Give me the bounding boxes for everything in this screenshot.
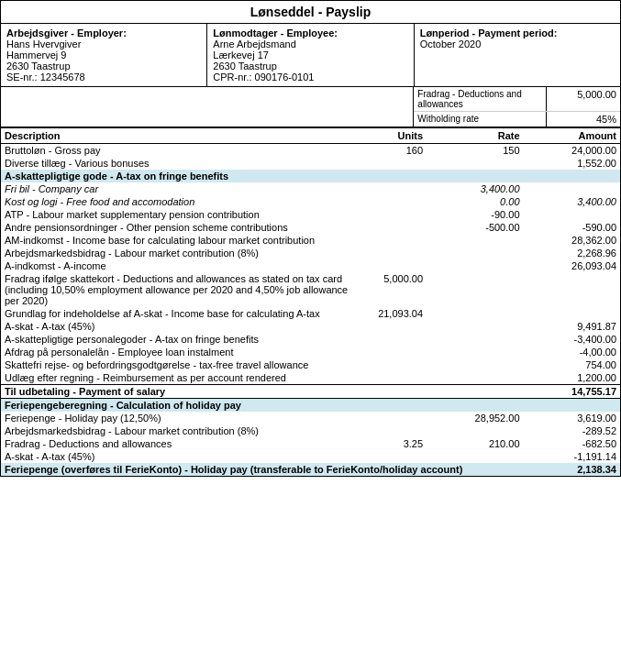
cell-desc: ATP - Labour market supplementary pensio… bbox=[1, 208, 369, 221]
cell-amount: 14,755.17 bbox=[524, 385, 620, 399]
cell-units bbox=[369, 450, 427, 463]
cell-rate bbox=[427, 371, 523, 385]
cell-units bbox=[369, 182, 427, 195]
table-row: AM-indkomst - Income base for calculatin… bbox=[1, 234, 620, 247]
section-header-cell: A-skattepligtige gode - A-tax on fringe … bbox=[1, 170, 620, 182]
cell-desc: A-skat - A-tax (45%) bbox=[1, 320, 369, 333]
cell-rate bbox=[427, 333, 523, 346]
main-table: Description Units Rate Amount Bruttoløn … bbox=[1, 127, 620, 476]
cell-amount: 754.00 bbox=[524, 358, 620, 371]
col-header-desc: Description bbox=[1, 128, 369, 144]
cell-rate bbox=[427, 259, 523, 272]
cell-rate bbox=[427, 385, 523, 399]
cell-units bbox=[369, 259, 427, 272]
cell-units bbox=[369, 346, 427, 358]
cell-amount bbox=[524, 182, 620, 195]
holiday-final-desc: Feriepenge (overføres til FerieKonto) - … bbox=[1, 463, 524, 476]
cell-desc: A-skat - A-tax (45%) bbox=[1, 450, 369, 463]
cell-amount: -3,400.00 bbox=[524, 333, 620, 346]
header-section: Arbejdsgiver - Employer: Hans Hvervgiver… bbox=[1, 24, 620, 87]
cell-desc: Afdrag på personalelån - Employee loan i… bbox=[1, 346, 369, 358]
table-row: Til udbetaling - Payment of salary14,755… bbox=[1, 385, 620, 399]
cell-rate bbox=[427, 346, 523, 358]
cell-desc: Grundlag for indeholdelse af A-skat - In… bbox=[1, 307, 369, 320]
table-row: ATP - Labour market supplementary pensio… bbox=[1, 208, 620, 221]
table-row: A-indkomst - A-income26,093.04 bbox=[1, 259, 620, 272]
cell-amount: 26,093.04 bbox=[524, 259, 620, 272]
employer-address2: 2630 Taastrup bbox=[6, 61, 201, 72]
fradrag-row: Fradrag - Deductions and allowances 5,00… bbox=[414, 87, 620, 112]
table-row: Fradrag - Deductions and allowances3.252… bbox=[1, 437, 620, 450]
cell-amount: 3,619.00 bbox=[524, 412, 620, 424]
cell-desc: Fradrag - Deductions and allowances bbox=[1, 437, 369, 450]
col-header-amount: Amount bbox=[524, 128, 620, 144]
cell-desc: Arbejdsmarkedsbidrag - Labour market con… bbox=[1, 247, 369, 259]
cell-desc: AM-indkomst - Income base for calculatin… bbox=[1, 234, 369, 247]
table-row: Grundlag for indeholdelse af A-skat - In… bbox=[1, 307, 620, 320]
cell-desc: Feriepenge - Holiday pay (12,50%) bbox=[1, 412, 369, 424]
employer-name: Hans Hvervgiver bbox=[6, 39, 201, 50]
cell-rate bbox=[427, 450, 523, 463]
cell-amount: 28,362.00 bbox=[524, 234, 620, 247]
employer-address1: Hammervej 9 bbox=[6, 50, 201, 61]
cell-amount: 9,491.87 bbox=[524, 320, 620, 333]
cell-amount: 1,200.00 bbox=[524, 371, 620, 385]
cell-units: 160 bbox=[369, 144, 427, 158]
cell-units bbox=[369, 385, 427, 399]
cell-amount: 1,552.00 bbox=[524, 157, 620, 170]
cell-amount bbox=[524, 208, 620, 221]
cell-rate bbox=[427, 320, 523, 333]
table-row: Skattefri rejse- og befordringsgodtgørel… bbox=[1, 358, 620, 371]
fradrag-spacer bbox=[1, 87, 414, 127]
witholding-label: Witholding rate bbox=[414, 112, 547, 127]
table-row: A-skattepligtige personalegoder - A-tax … bbox=[1, 333, 620, 346]
cell-desc: A-skattepligtige personalegoder - A-tax … bbox=[1, 333, 369, 346]
cell-desc: Udlæg efter regning - Reimbursement as p… bbox=[1, 371, 369, 385]
cell-desc: Arbejdsmarkedsbidrag - Labour market con… bbox=[1, 424, 369, 437]
table-row: Feriepenge - Holiday pay (12,50%)28,952.… bbox=[1, 412, 620, 424]
cell-rate: 210.00 bbox=[427, 437, 523, 450]
witholding-value: 45% bbox=[547, 112, 620, 127]
cell-desc: Andre pensionsordninger - Other pension … bbox=[1, 221, 369, 234]
cell-amount bbox=[524, 272, 620, 307]
cell-amount bbox=[524, 307, 620, 320]
section-header-cell: Feriepengeberegning - Calculation of hol… bbox=[1, 399, 620, 413]
table-row: Arbejdsmarkedsbidrag - Labour market con… bbox=[1, 424, 620, 437]
cell-desc: Skattefri rejse- og befordringsgodtgørel… bbox=[1, 358, 369, 371]
cell-amount: -590.00 bbox=[524, 221, 620, 234]
cell-desc: Fri bil - Company car bbox=[1, 182, 369, 195]
table-row: A-skat - A-tax (45%)-1,191.14 bbox=[1, 450, 620, 463]
fradrag-section: Fradrag - Deductions and allowances 5,00… bbox=[1, 87, 620, 127]
cell-rate bbox=[427, 247, 523, 259]
table-row: Diverse tillæg - Various bonuses1,552.00 bbox=[1, 157, 620, 170]
period-value: October 2020 bbox=[420, 39, 615, 50]
witholding-row: Witholding rate 45% bbox=[414, 112, 620, 127]
cell-rate: 0.00 bbox=[427, 195, 523, 208]
employee-address1: Lærkevej 17 bbox=[213, 50, 407, 61]
employee-box: Lønmodtager - Employee: Arne Arbejdsmand… bbox=[207, 24, 414, 86]
employee-name: Arne Arbejdsmand bbox=[213, 39, 407, 50]
cell-units bbox=[369, 333, 427, 346]
cell-units: 3.25 bbox=[369, 437, 427, 450]
cell-desc: Til udbetaling - Payment of salary bbox=[1, 385, 369, 399]
cell-rate: 3,400.00 bbox=[427, 182, 523, 195]
cell-units bbox=[369, 247, 427, 259]
table-row: Udlæg efter regning - Reimbursement as p… bbox=[1, 371, 620, 385]
cell-amount: -1,191.14 bbox=[524, 450, 620, 463]
period-box: Lønperiod - Payment period: October 2020 bbox=[415, 24, 620, 86]
table-row: Fri bil - Company car3,400.00 bbox=[1, 182, 620, 195]
cell-desc: Kost og logi - Free food and accomodatio… bbox=[1, 195, 369, 208]
table-row: Arbejdsmarkedsbidrag - Labour market con… bbox=[1, 247, 620, 259]
cell-units bbox=[369, 221, 427, 234]
cell-rate: -90.00 bbox=[427, 208, 523, 221]
table-row: Feriepenge (overføres til FerieKonto) - … bbox=[1, 463, 620, 476]
table-row: Afdrag på personalelån - Employee loan i… bbox=[1, 346, 620, 358]
period-label: Lønperiod - Payment period: bbox=[420, 28, 615, 39]
payslip-container: Lønseddel - Payslip Arbejdsgiver - Emplo… bbox=[0, 0, 621, 477]
cell-units bbox=[369, 234, 427, 247]
cell-units bbox=[369, 412, 427, 424]
table-row: Andre pensionsordninger - Other pension … bbox=[1, 221, 620, 234]
employee-cpr: CPR-nr.: 090176-0101 bbox=[213, 72, 407, 83]
payslip-title: Lønseddel - Payslip bbox=[1, 1, 620, 24]
cell-desc: Fradrag ifølge skattekort - Deductions a… bbox=[1, 272, 369, 307]
